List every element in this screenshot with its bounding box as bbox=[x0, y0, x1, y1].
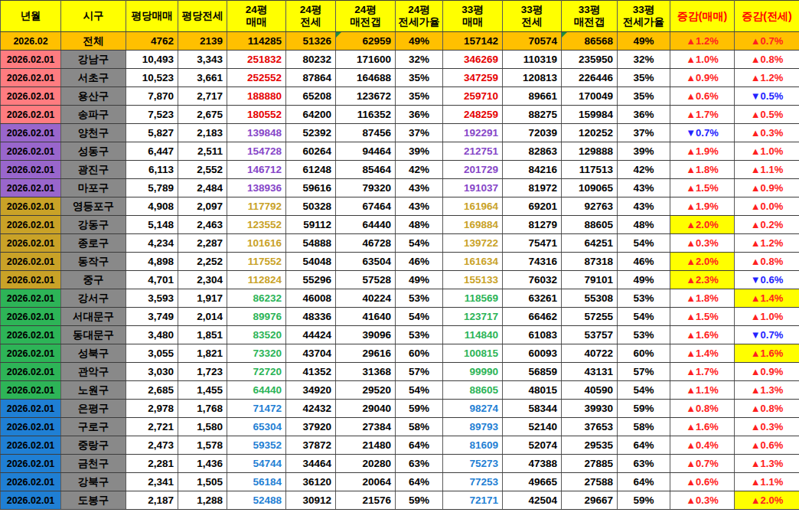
date-cell[interactable]: 2026.02.01 bbox=[1, 436, 61, 455]
chg-jeonse-cell[interactable]: ▲2.0% bbox=[735, 491, 799, 510]
p24-sale-cell[interactable]: 64440 bbox=[227, 381, 286, 400]
p24-sale-cell[interactable]: 59352 bbox=[227, 436, 286, 455]
chg-jeonse-cell[interactable]: ▲0.8% bbox=[735, 400, 799, 418]
p33-sale-cell[interactable]: 248259 bbox=[443, 106, 503, 124]
p24-sale-cell[interactable]: 188880 bbox=[227, 87, 286, 106]
p33-ratio-cell[interactable]: 49% bbox=[618, 271, 670, 289]
p24-gap-cell[interactable]: 39096 bbox=[336, 326, 396, 344]
p33-sale-cell[interactable]: 139722 bbox=[443, 234, 503, 253]
p33-gap-cell[interactable]: 87318 bbox=[562, 253, 618, 271]
date-cell[interactable]: 2026.02.01 bbox=[1, 87, 61, 106]
p33-gap-cell[interactable]: 117513 bbox=[562, 161, 618, 179]
chg-sale-cell[interactable]: ▼0.7% bbox=[670, 124, 735, 142]
py-sale-cell[interactable]: 10,523 bbox=[126, 69, 178, 87]
py-sale-cell[interactable]: 2,281 bbox=[126, 455, 178, 473]
p24-sale-cell[interactable]: 180552 bbox=[227, 106, 286, 124]
district-cell[interactable]: 금천구 bbox=[61, 455, 126, 473]
district-cell[interactable]: 강동구 bbox=[61, 216, 126, 234]
p24-gap-cell[interactable]: 29040 bbox=[336, 400, 396, 418]
py-sale-cell[interactable]: 4,234 bbox=[126, 234, 178, 253]
py-jeonse-cell[interactable]: 1,455 bbox=[178, 381, 227, 400]
py-jeonse-cell[interactable]: 2,287 bbox=[178, 234, 227, 253]
p33-sale-cell[interactable]: 201729 bbox=[443, 161, 503, 179]
py-sale-cell[interactable]: 5,148 bbox=[126, 216, 178, 234]
p33-gap-cell[interactable]: 55308 bbox=[562, 289, 618, 308]
date-cell[interactable]: 2026.02.01 bbox=[1, 51, 61, 69]
district-cell[interactable]: 송파구 bbox=[61, 106, 126, 124]
chg-jeonse-cell[interactable]: ▲0.2% bbox=[735, 216, 799, 234]
p33-ratio-cell[interactable]: 46% bbox=[618, 253, 670, 271]
date-cell[interactable]: 2026.02.01 bbox=[1, 400, 61, 418]
header-yearmonth[interactable]: 년월 bbox=[1, 1, 61, 32]
p33-ratio-cell[interactable]: 53% bbox=[618, 289, 670, 308]
p33-gap-cell[interactable]: 109065 bbox=[562, 179, 618, 197]
district-cell[interactable]: 노원구 bbox=[61, 381, 126, 400]
date-cell[interactable]: 2026.02.01 bbox=[1, 69, 61, 87]
py-sale-cell[interactable]: 3,480 bbox=[126, 326, 178, 344]
chg-jeonse-cell[interactable]: ▲0.7% bbox=[735, 32, 799, 51]
chg-jeonse-cell[interactable]: ▲0.6% bbox=[735, 436, 799, 455]
p24-sale-cell[interactable]: 72720 bbox=[227, 363, 286, 381]
p24-gap-cell[interactable]: 21576 bbox=[336, 491, 396, 510]
p24-gap-cell[interactable]: 85464 bbox=[336, 161, 396, 179]
py-jeonse-cell[interactable]: 3,661 bbox=[178, 69, 227, 87]
p33-ratio-cell[interactable]: 59% bbox=[618, 400, 670, 418]
p24-gap-cell[interactable]: 62959 bbox=[336, 32, 396, 51]
py-jeonse-cell[interactable]: 1,288 bbox=[178, 491, 227, 510]
p24-ratio-cell[interactable]: 58% bbox=[396, 418, 443, 436]
district-cell[interactable]: 중구 bbox=[61, 271, 126, 289]
p24-ratio-cell[interactable]: 64% bbox=[396, 436, 443, 455]
date-cell[interactable]: 2026.02.01 bbox=[1, 271, 61, 289]
chg-jeonse-cell[interactable]: ▲0.8% bbox=[735, 51, 799, 69]
p33-jeonse-cell[interactable]: 110319 bbox=[503, 51, 562, 69]
p24-sale-cell[interactable]: 52488 bbox=[227, 491, 286, 510]
p33-sale-cell[interactable]: 212751 bbox=[443, 142, 503, 161]
chg-sale-cell[interactable]: ▲1.7% bbox=[670, 106, 735, 124]
p24-ratio-cell[interactable]: 49% bbox=[396, 271, 443, 289]
district-cell[interactable]: 강서구 bbox=[61, 289, 126, 308]
p24-ratio-cell[interactable]: 54% bbox=[396, 308, 443, 326]
chg-jeonse-cell[interactable]: ▲1.3% bbox=[735, 381, 799, 400]
p24-gap-cell[interactable]: 63504 bbox=[336, 253, 396, 271]
chg-sale-cell[interactable]: ▲1.9% bbox=[670, 197, 735, 216]
p24-ratio-cell[interactable]: 64% bbox=[396, 473, 443, 491]
p33-gap-cell[interactable]: 88605 bbox=[562, 216, 618, 234]
date-cell[interactable]: 2026.02.01 bbox=[1, 455, 61, 473]
p24-sale-cell[interactable]: 114285 bbox=[227, 32, 286, 51]
district-cell[interactable]: 전체 bbox=[61, 32, 126, 51]
p24-ratio-cell[interactable]: 46% bbox=[396, 253, 443, 271]
p24-jeonse-cell[interactable]: 59112 bbox=[286, 216, 336, 234]
p24-jeonse-cell[interactable]: 65208 bbox=[286, 87, 336, 106]
p24-gap-cell[interactable]: 64440 bbox=[336, 216, 396, 234]
p24-jeonse-cell[interactable]: 50328 bbox=[286, 197, 336, 216]
p24-sale-cell[interactable]: 73320 bbox=[227, 344, 286, 363]
p24-jeonse-cell[interactable]: 55296 bbox=[286, 271, 336, 289]
chg-sale-cell[interactable]: ▲1.1% bbox=[670, 381, 735, 400]
py-jeonse-cell[interactable]: 2,552 bbox=[178, 161, 227, 179]
p33-jeonse-cell[interactable]: 75471 bbox=[503, 234, 562, 253]
p33-ratio-cell[interactable]: 49% bbox=[618, 32, 670, 51]
header-py-sale[interactable]: 평당매매 bbox=[126, 1, 178, 32]
p33-gap-cell[interactable]: 79101 bbox=[562, 271, 618, 289]
py-sale-cell[interactable]: 3,030 bbox=[126, 363, 178, 381]
p24-sale-cell[interactable]: 89976 bbox=[227, 308, 286, 326]
py-sale-cell[interactable]: 3,749 bbox=[126, 308, 178, 326]
p33-jeonse-cell[interactable]: 48015 bbox=[503, 381, 562, 400]
chg-sale-cell[interactable]: ▲0.7% bbox=[670, 455, 735, 473]
py-jeonse-cell[interactable]: 2,463 bbox=[178, 216, 227, 234]
chg-jeonse-cell[interactable]: ▲1.0% bbox=[735, 142, 799, 161]
date-cell[interactable]: 2026.02.01 bbox=[1, 124, 61, 142]
header-district[interactable]: 시구 bbox=[61, 1, 126, 32]
p33-sale-cell[interactable]: 100815 bbox=[443, 344, 503, 363]
district-cell[interactable]: 성동구 bbox=[61, 142, 126, 161]
p33-gap-cell[interactable]: 40590 bbox=[562, 381, 618, 400]
p24-sale-cell[interactable]: 117552 bbox=[227, 253, 286, 271]
p33-gap-cell[interactable]: 64251 bbox=[562, 234, 618, 253]
chg-sale-cell[interactable]: ▲1.7% bbox=[670, 363, 735, 381]
district-cell[interactable]: 용산구 bbox=[61, 87, 126, 106]
p24-jeonse-cell[interactable]: 48336 bbox=[286, 308, 336, 326]
p33-sale-cell[interactable]: 191037 bbox=[443, 179, 503, 197]
p33-gap-cell[interactable]: 129888 bbox=[562, 142, 618, 161]
p24-gap-cell[interactable]: 27384 bbox=[336, 418, 396, 436]
date-cell[interactable]: 2026.02.01 bbox=[1, 326, 61, 344]
